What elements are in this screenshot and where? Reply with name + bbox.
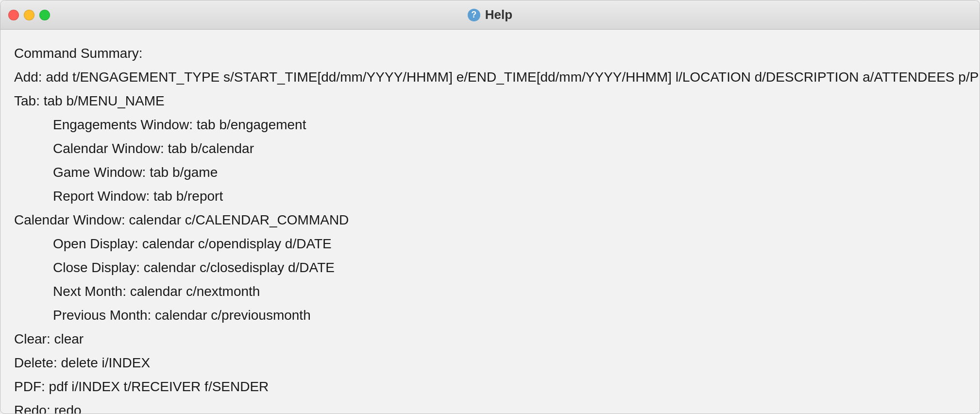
command-summary-heading: Command Summary:	[14, 41, 966, 65]
command-line: Calendar Window: tab b/calendar	[14, 137, 966, 160]
command-line: Previous Month: calendar c/previousmonth	[14, 303, 966, 327]
command-line: Game Window: tab b/game	[14, 160, 966, 184]
command-line: Redo: redo	[14, 398, 966, 414]
maximize-button[interactable]	[39, 10, 50, 20]
help-window: ? Help Command Summary: Add: add t/ENGAG…	[0, 0, 980, 414]
command-line: Close Display: calendar c/closedisplay d…	[14, 256, 966, 279]
help-icon: ?	[468, 9, 480, 21]
command-line: Delete: delete i/INDEX	[14, 351, 966, 375]
title-bar: ? Help	[0, 0, 980, 30]
command-line: Next Month: calendar c/nextmonth	[14, 279, 966, 303]
command-list: Command Summary: Add: add t/ENGAGEMENT_T…	[14, 41, 966, 414]
command-line: Add: add t/ENGAGEMENT_TYPE s/START_TIME[…	[14, 65, 966, 89]
command-lines-container: Add: add t/ENGAGEMENT_TYPE s/START_TIME[…	[14, 65, 966, 414]
command-line: PDF: pdf i/INDEX t/RECEIVER f/SENDER	[14, 375, 966, 398]
command-line: Open Display: calendar c/opendisplay d/D…	[14, 232, 966, 256]
traffic-lights	[8, 10, 50, 20]
minimize-button[interactable]	[24, 10, 34, 20]
title-content: ? Help	[468, 7, 512, 22]
command-line: Calendar Window: calendar c/CALENDAR_COM…	[14, 208, 966, 232]
close-button[interactable]	[8, 10, 19, 20]
content-area: Command Summary: Add: add t/ENGAGEMENT_T…	[0, 30, 980, 414]
command-line: Engagements Window: tab b/engagement	[14, 113, 966, 137]
command-line: Report Window: tab b/report	[14, 184, 966, 208]
command-line: Tab: tab b/MENU_NAME	[14, 89, 966, 113]
command-line: Clear: clear	[14, 327, 966, 351]
window-title: Help	[485, 7, 512, 22]
